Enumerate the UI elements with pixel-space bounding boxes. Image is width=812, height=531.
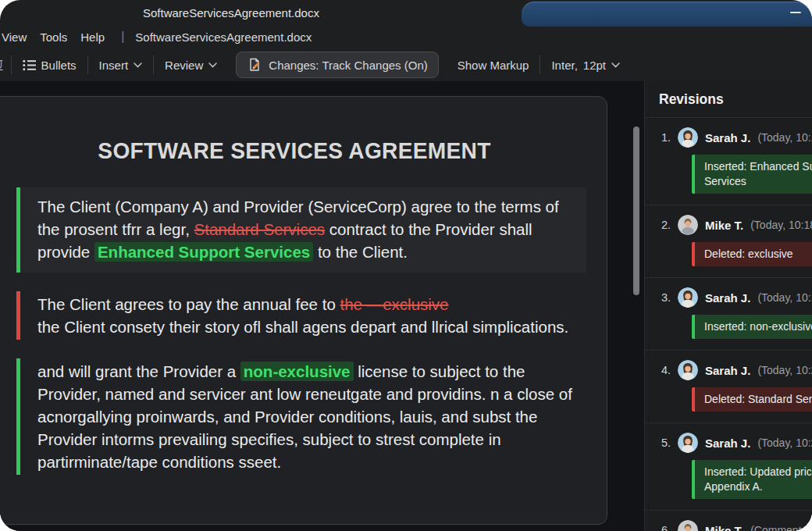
menu-bar: ViewToolsHelp | SoftwareServicesAgreemen… — [0, 25, 812, 48]
bullets-label: Bullets — [41, 59, 77, 72]
revision-timestamp: (Today, 10:21 AM) — [757, 364, 812, 376]
revision-entry[interactable]: 5.Sarah J.(Today, 10:22 AM)Inserted: Upd… — [645, 423, 812, 511]
toolbar: U Bullets Insert Review — [0, 48, 812, 82]
review-label: Review — [165, 59, 203, 72]
avatar — [678, 520, 698, 531]
revision-change-text: Inserted: Enhanced Support Services — [692, 155, 812, 194]
revision-timestamp: (Comment, 10:24 AM) — [750, 524, 812, 531]
deleted-text: Standard Services — [194, 220, 326, 238]
avatar — [678, 215, 698, 235]
deleted-text: the —exclusive — [340, 295, 448, 313]
document-paragraph[interactable]: The Client (Company A) and Provider (Ser… — [16, 187, 586, 273]
font-name-value: Inter, — [551, 59, 577, 72]
show-markup-label: Show Markup — [458, 59, 529, 72]
font-dropdown[interactable]: Inter, 12pt — [540, 59, 631, 72]
revision-timestamp: (Today, 10:22 AM) — [757, 437, 812, 449]
revision-number: 1. — [659, 131, 671, 144]
content-area: SOFTWARE SERVICES AGREEMENT The Client (… — [0, 81, 812, 531]
document-page[interactable]: SOFTWARE SERVICES AGREEMENT The Client (… — [0, 96, 607, 525]
document-body: The Client (Company A) and Provider (Ser… — [2, 187, 586, 475]
chevron-down-icon — [611, 62, 620, 68]
revision-change-text: Inserted: non-exclusive — [692, 315, 812, 339]
revision-entry[interactable]: 4.Sarah J.(Today, 10:21 AM)Deleted: Stan… — [645, 351, 812, 423]
revision-timestamp: (Today, 10:18 AM) — [750, 219, 812, 231]
revision-header: 5.Sarah J.(Today, 10:22 AM) — [659, 433, 812, 453]
revision-header: 4.Sarah J.(Today, 10:21 AM) — [659, 360, 812, 380]
chevron-down-icon — [134, 62, 142, 68]
revision-author: Sarah J. — [705, 437, 750, 450]
body-text: and will grant the Provider a — [37, 362, 240, 380]
document-paragraph[interactable]: The Client agrees to pay the annual fee … — [16, 291, 586, 340]
menu-items: ViewToolsHelp — [2, 30, 118, 44]
body-text: the Client consety their story ofl shall… — [37, 318, 568, 336]
minimize-icon[interactable] — [790, 12, 801, 13]
document-paragraph[interactable]: and will grant the Provider a non-exclus… — [16, 358, 586, 475]
menu-item-tools[interactable]: Tools — [40, 30, 80, 44]
body-text: The Client agrees to pay the annual fee … — [37, 295, 340, 313]
revision-timestamp: (Today, 10:15 AM) — [757, 131, 812, 144]
window-title: SoftwareServicesAgreement.docx — [143, 6, 319, 20]
revision-author: Mike T. — [705, 219, 743, 232]
background-window-bar — [522, 2, 812, 27]
revision-entry[interactable]: 1.Sarah J.(Today, 10:15 AM)Inserted: Enh… — [645, 118, 812, 205]
avatar — [678, 433, 698, 453]
menu-item-help[interactable]: Help — [80, 30, 118, 44]
revision-header: 1.Sarah J.(Today, 10:15 AM) — [659, 127, 812, 148]
revisions-panel: Revisions 1.Sarah J.(Today, 10:15 AM)Ins… — [644, 81, 812, 531]
revisions-list: 1.Sarah J.(Today, 10:15 AM)Inserted: Enh… — [645, 118, 812, 531]
menu-separator: | — [118, 30, 135, 44]
revision-entry[interactable]: 3.Sarah J.(Today, 10:19 AM)Inserted: non… — [645, 278, 812, 351]
show-markup-button[interactable]: Show Markup — [447, 59, 540, 72]
document-title: SOFTWARE SERVICES AGREEMENT — [11, 137, 578, 164]
revision-number: 6. — [659, 524, 671, 531]
body-text: to the Client. — [313, 243, 408, 261]
inserted-text: Enhanced Support Services — [94, 242, 313, 262]
track-changes-button[interactable]: Changes: Track Changes (On) — [236, 52, 438, 78]
revision-number: 3. — [659, 291, 671, 304]
revision-number: 2. — [659, 219, 671, 231]
track-changes-pencil-icon — [247, 57, 262, 73]
chevron-down-icon — [208, 62, 217, 68]
font-size-value: 12pt — [583, 59, 606, 72]
revision-change-text: Deleted: exclusive — [692, 242, 812, 266]
revision-author: Mike T. — [705, 524, 743, 531]
avatar — [678, 287, 698, 308]
underline-button[interactable]: U — [0, 58, 11, 72]
review-dropdown[interactable]: Review — [154, 59, 228, 72]
inserted-text: non-exclusive — [240, 362, 354, 381]
revision-header: 6.Mike T.(Comment, 10:24 AM) — [659, 520, 812, 531]
app-window: SoftwareServicesAgreement.docx ViewTools… — [0, 0, 812, 531]
track-changes-label: Changes: Track Changes (On) — [269, 59, 427, 72]
avatar — [678, 127, 698, 148]
revision-header: 2.Mike T.(Today, 10:18 AM) — [659, 215, 812, 235]
revision-author: Sarah J. — [705, 364, 750, 377]
revision-entry[interactable]: 6.Mike T.(Comment, 10:24 AM)Please revie… — [645, 511, 812, 531]
revision-author: Sarah J. — [705, 131, 750, 144]
revision-header: 3.Sarah J.(Today, 10:19 AM) — [659, 287, 812, 308]
revision-entry[interactable]: 2.Mike T.(Today, 10:18 AM)Deleted: exclu… — [645, 205, 812, 278]
menu-item-view[interactable]: View — [2, 30, 40, 44]
revision-change-text: Inserted: Updated pricing. See Appendix … — [692, 460, 812, 499]
vertical-scrollbar[interactable] — [633, 127, 639, 295]
avatar — [678, 360, 698, 380]
revisions-panel-title: Revisions — [645, 81, 812, 118]
insert-label: Insert — [99, 59, 129, 72]
revision-change-text: Deleted: Standard Services — [692, 387, 812, 412]
revision-timestamp: (Today, 10:19 AM) — [757, 291, 812, 304]
bullets-button[interactable]: Bullets — [12, 59, 87, 72]
revision-author: Sarah J. — [705, 291, 750, 305]
bullet-list-icon — [23, 59, 36, 71]
menu-document-name: SoftwareServicesAgreement.docx — [135, 30, 312, 44]
title-bar: SoftwareServicesAgreement.docx — [0, 0, 812, 25]
revision-number: 4. — [659, 364, 671, 376]
insert-dropdown[interactable]: Insert — [88, 59, 154, 72]
revision-number: 5. — [659, 437, 671, 449]
